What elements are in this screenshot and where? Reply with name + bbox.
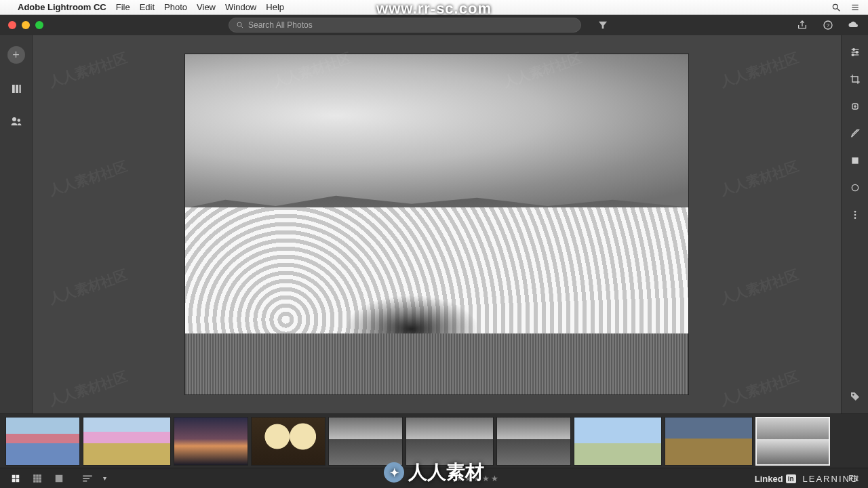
edit-sliders-icon[interactable]: [849, 46, 861, 58]
svg-line-1: [837, 8, 840, 11]
left-rail: +: [0, 35, 33, 413]
svg-rect-30: [12, 474, 16, 478]
svg-rect-11: [16, 85, 18, 93]
my-photos-icon[interactable]: [9, 81, 24, 96]
svg-rect-32: [12, 479, 16, 482]
svg-point-26: [854, 211, 856, 213]
chevron-down-icon[interactable]: ▾: [103, 474, 106, 482]
grid-view-icon[interactable]: [9, 474, 22, 483]
svg-rect-24: [852, 157, 858, 163]
window-traffic-lights: [8, 21, 43, 29]
svg-point-18: [856, 52, 858, 54]
svg-point-14: [17, 119, 20, 122]
search-input[interactable]: Search All Photos: [229, 18, 581, 33]
thumb-sunset[interactable]: [174, 417, 248, 466]
svg-marker-7: [599, 22, 607, 29]
svg-rect-39: [39, 477, 41, 480]
main-photo: [185, 54, 688, 394]
menu-edit[interactable]: Edit: [140, 2, 155, 12]
thumb-houses-1[interactable]: [5, 417, 80, 466]
detail-view-icon[interactable]: [53, 474, 65, 483]
share-icon[interactable]: [796, 19, 808, 31]
people-icon[interactable]: [9, 114, 24, 129]
svg-point-27: [854, 214, 856, 216]
svg-point-25: [852, 184, 858, 190]
svg-rect-33: [16, 479, 20, 482]
svg-text:?: ?: [827, 22, 830, 28]
svg-point-5: [237, 22, 241, 26]
svg-rect-37: [33, 477, 36, 480]
menu-window[interactable]: Window: [225, 2, 256, 12]
crop-icon[interactable]: [849, 73, 861, 85]
svg-rect-10: [12, 85, 15, 93]
svg-point-29: [852, 394, 854, 396]
square-grid-icon[interactable]: [31, 474, 43, 483]
sort-icon[interactable]: [81, 474, 94, 483]
svg-rect-31: [16, 474, 20, 478]
window-titlebar: Search All Photos ?: [0, 15, 868, 35]
menu-view[interactable]: View: [197, 2, 216, 12]
healing-brush-icon[interactable]: [849, 100, 861, 113]
thumb-clouds-1[interactable]: [328, 417, 403, 466]
svg-rect-42: [39, 480, 41, 483]
svg-point-28: [854, 217, 856, 219]
thumb-clouds-2[interactable]: [406, 417, 494, 466]
linkedin-learning-logo: Linkedin LEARNING: [755, 474, 859, 484]
menu-help[interactable]: Help: [266, 2, 284, 12]
spotlight-icon[interactable]: [831, 3, 841, 12]
help-icon[interactable]: ?: [822, 19, 834, 31]
lightroom-window: Search All Photos ? +: [0, 15, 868, 488]
svg-rect-35: [36, 474, 39, 477]
linear-gradient-icon[interactable]: [849, 155, 861, 167]
svg-rect-40: [33, 480, 36, 483]
radial-gradient-icon[interactable]: [849, 182, 861, 194]
more-icon[interactable]: [849, 209, 861, 221]
app-name[interactable]: Adobe Lightroom CC: [18, 2, 106, 12]
tag-icon[interactable]: [849, 390, 861, 403]
thumb-field[interactable]: [665, 417, 753, 466]
svg-rect-34: [33, 474, 36, 477]
thumb-houses-2[interactable]: [83, 417, 171, 466]
svg-point-0: [833, 4, 837, 9]
svg-rect-12: [19, 85, 20, 93]
filter-button[interactable]: [595, 18, 611, 33]
svg-rect-43: [56, 474, 63, 482]
loupe-view[interactable]: [33, 35, 841, 413]
cloud-sync-icon[interactable]: [848, 19, 860, 31]
close-button[interactable]: [8, 21, 16, 29]
svg-line-6: [241, 26, 243, 28]
thumb-arches[interactable]: [251, 417, 326, 466]
thumb-church[interactable]: [574, 417, 662, 466]
menu-photo[interactable]: Photo: [164, 2, 187, 12]
minimize-button[interactable]: [22, 21, 30, 29]
watermark-badge-icon: ✦: [384, 462, 404, 483]
thumb-bw-trees[interactable]: [755, 417, 830, 466]
search-placeholder: Search All Photos: [248, 20, 313, 30]
right-tool-rail: [841, 35, 868, 413]
menu-file[interactable]: File: [116, 2, 130, 12]
watermark-cn: ✦ 人人素材: [384, 460, 484, 485]
maximize-button[interactable]: [35, 21, 43, 29]
svg-rect-36: [39, 474, 41, 477]
svg-point-16: [852, 49, 854, 51]
menu-list-icon[interactable]: [850, 3, 860, 12]
svg-point-20: [852, 54, 854, 56]
svg-point-13: [12, 117, 16, 121]
svg-rect-41: [36, 480, 39, 483]
svg-rect-38: [36, 477, 39, 480]
thumb-clouds-3[interactable]: [496, 417, 571, 466]
add-photos-button[interactable]: +: [7, 46, 25, 64]
watermark-url: www.rr-sc.com: [376, 0, 492, 18]
brush-icon[interactable]: [849, 127, 861, 140]
